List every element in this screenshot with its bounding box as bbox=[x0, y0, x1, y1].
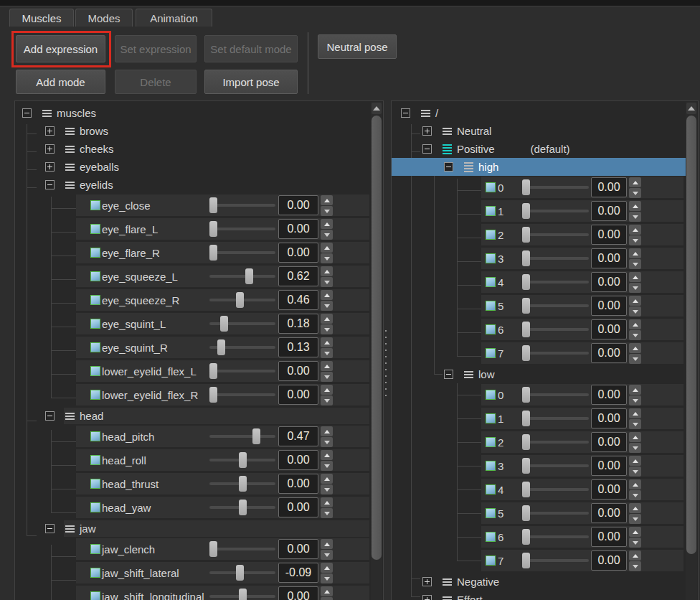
spin-down-icon[interactable] bbox=[629, 306, 641, 317]
muscle-slider[interactable] bbox=[209, 370, 275, 372]
muscle-value-field[interactable]: 0.00 bbox=[278, 450, 318, 470]
spin-down-icon[interactable] bbox=[629, 419, 641, 429]
spin-down-icon[interactable] bbox=[321, 550, 333, 560]
muscle-value-field[interactable]: 0.00 bbox=[591, 296, 627, 316]
muscle-value-field[interactable]: 0.00 bbox=[591, 248, 627, 268]
spin-down-icon[interactable] bbox=[629, 395, 641, 406]
tree-node-low[interactable]: low bbox=[392, 365, 686, 383]
muscle-slider[interactable] bbox=[209, 548, 275, 550]
tree-node-high[interactable]: high bbox=[392, 158, 686, 176]
spin-down-icon[interactable] bbox=[321, 324, 333, 334]
spin-up-icon[interactable] bbox=[629, 201, 641, 211]
slider-handle[interactable] bbox=[522, 387, 530, 403]
muscle-slider[interactable] bbox=[522, 393, 589, 396]
slider-handle[interactable] bbox=[209, 197, 217, 213]
slider-handle[interactable] bbox=[522, 203, 530, 219]
muscle-value-field[interactable]: 0.00 bbox=[591, 503, 627, 523]
spin-up-icon[interactable] bbox=[321, 314, 333, 324]
tree-node-head[interactable]: head bbox=[15, 407, 371, 425]
spin-up-icon[interactable] bbox=[629, 177, 641, 187]
spin-down-icon[interactable] bbox=[321, 253, 333, 263]
spin-up-icon[interactable] bbox=[629, 456, 641, 466]
muscle-slider[interactable] bbox=[209, 435, 275, 438]
muscle-value-field[interactable]: 0.00 bbox=[278, 385, 318, 405]
spin-down-icon[interactable] bbox=[629, 443, 641, 453]
slider-handle[interactable] bbox=[217, 339, 225, 355]
spin-down-icon[interactable] bbox=[629, 538, 641, 548]
muscle-checkbox[interactable] bbox=[486, 277, 496, 287]
slider-handle[interactable] bbox=[522, 482, 530, 497]
tree-node-Positive[interactable]: Positive(default) bbox=[392, 140, 686, 158]
spin-up-icon[interactable] bbox=[629, 432, 641, 442]
muscle-checkbox[interactable] bbox=[90, 591, 100, 600]
right-scrollbar-thumb[interactable] bbox=[686, 116, 696, 554]
muscle-value-field[interactable]: 0.00 bbox=[591, 479, 627, 500]
spin-down-icon[interactable] bbox=[629, 514, 641, 524]
delete-button[interactable]: Delete bbox=[115, 70, 197, 94]
muscle-slider[interactable] bbox=[522, 535, 589, 538]
spin-up-icon[interactable] bbox=[321, 290, 333, 300]
slider-handle[interactable] bbox=[522, 179, 530, 195]
muscle-value-field[interactable]: 0.00 bbox=[591, 408, 627, 428]
muscle-slider[interactable] bbox=[522, 210, 589, 212]
collapse-minus-icon[interactable] bbox=[45, 411, 55, 421]
spin-down-icon[interactable] bbox=[629, 188, 641, 198]
slider-handle[interactable] bbox=[220, 316, 228, 332]
spin-up-icon[interactable] bbox=[321, 361, 333, 371]
muscle-checkbox[interactable] bbox=[486, 508, 496, 518]
muscle-value-field[interactable]: 0.00 bbox=[591, 550, 627, 571]
collapse-minus-icon[interactable] bbox=[45, 180, 55, 189]
spin-up-icon[interactable] bbox=[629, 225, 641, 235]
spin-up-icon[interactable] bbox=[321, 337, 333, 347]
spin-down-icon[interactable] bbox=[629, 283, 641, 293]
left-scrollbar[interactable] bbox=[371, 102, 382, 600]
spin-up-icon[interactable] bbox=[321, 586, 333, 596]
tree-node-eyeballs[interactable]: eyeballs bbox=[15, 158, 371, 176]
muscle-checkbox[interactable] bbox=[486, 301, 496, 311]
muscle-checkbox[interactable] bbox=[90, 342, 100, 352]
slider-handle[interactable] bbox=[239, 452, 247, 468]
expand-plus-icon[interactable] bbox=[45, 126, 55, 136]
muscle-checkbox[interactable] bbox=[90, 544, 100, 554]
slider-handle[interactable] bbox=[209, 221, 217, 237]
spin-up-icon[interactable] bbox=[321, 539, 333, 549]
muscle-slider[interactable] bbox=[522, 352, 589, 355]
spin-up-icon[interactable] bbox=[629, 296, 641, 306]
spin-down-icon[interactable] bbox=[629, 561, 641, 571]
slider-handle[interactable] bbox=[522, 505, 530, 521]
muscle-slider[interactable] bbox=[522, 417, 589, 420]
slider-handle[interactable] bbox=[522, 250, 530, 266]
tree-node-brows[interactable]: brows bbox=[15, 122, 371, 140]
slider-handle[interactable] bbox=[522, 298, 530, 314]
slider-handle[interactable] bbox=[245, 268, 253, 284]
spin-up-icon[interactable] bbox=[629, 479, 641, 489]
slider-handle[interactable] bbox=[209, 387, 217, 403]
muscle-value-field[interactable]: 0.46 bbox=[278, 290, 318, 310]
slider-handle[interactable] bbox=[522, 411, 530, 426]
slider-handle[interactable] bbox=[236, 292, 244, 308]
expand-plus-icon[interactable] bbox=[45, 144, 55, 154]
muscle-value-field[interactable]: 0.00 bbox=[591, 272, 627, 292]
muscle-checkbox[interactable] bbox=[90, 390, 100, 400]
tree-node-cheeks[interactable]: cheeks bbox=[15, 140, 371, 158]
slider-handle[interactable] bbox=[239, 476, 247, 492]
tab-animation[interactable]: Animation bbox=[136, 9, 212, 27]
muscle-slider[interactable] bbox=[209, 251, 275, 254]
import-pose-button[interactable]: Import pose bbox=[204, 70, 298, 94]
slider-handle[interactable] bbox=[522, 274, 530, 290]
muscle-slider[interactable] bbox=[209, 393, 275, 396]
spin-up-icon[interactable] bbox=[321, 243, 333, 253]
muscle-value-field[interactable]: 0.00 bbox=[591, 527, 627, 547]
expand-plus-icon[interactable] bbox=[45, 162, 55, 172]
muscle-value-field[interactable]: 0.47 bbox=[278, 426, 318, 446]
muscle-slider[interactable] bbox=[522, 304, 589, 307]
muscle-value-field[interactable]: 0.00 bbox=[591, 432, 627, 452]
spin-down-icon[interactable] bbox=[321, 277, 333, 287]
spin-up-icon[interactable] bbox=[321, 266, 333, 276]
muscle-checkbox[interactable] bbox=[486, 348, 496, 358]
slider-handle[interactable] bbox=[239, 589, 247, 600]
muscle-checkbox[interactable] bbox=[486, 413, 496, 423]
muscle-value-field[interactable]: 0.00 bbox=[591, 456, 627, 476]
slider-handle[interactable] bbox=[522, 227, 530, 243]
slider-handle[interactable] bbox=[522, 345, 530, 361]
